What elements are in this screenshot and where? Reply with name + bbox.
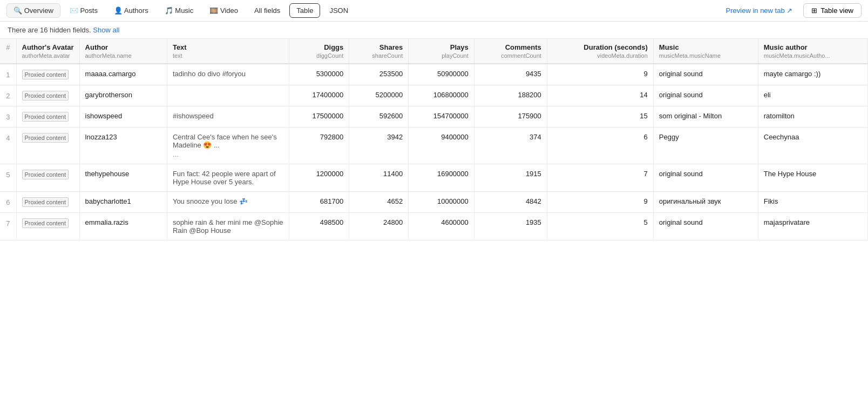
cell-plays-3: 154700000 — [409, 106, 474, 128]
table-view-button[interactable]: ⊞ Table view — [803, 3, 862, 18]
posts-icon: ✉️ — [70, 6, 78, 15]
cell-text-4: Central Cee's face when he see's Madelin… — [167, 128, 289, 164]
cell-diggs-2: 17400000 — [289, 85, 349, 106]
table-row: 3 Proxied content ishowspeed #ishowspeed… — [0, 106, 868, 128]
cell-shares-6: 4652 — [349, 192, 409, 213]
col-header-avatar: Author's Avatar authorMeta.avatar — [16, 39, 79, 64]
cell-music-2: original sound — [653, 85, 758, 106]
cell-shares-5: 11400 — [349, 164, 409, 192]
cell-diggs-4: 792800 — [289, 128, 349, 164]
cell-comments-1: 9435 — [474, 64, 547, 85]
cell-music-6: оригинальный звук — [653, 192, 758, 213]
col-header-music-author: Music author musicMeta.musicAutho... — [758, 39, 867, 64]
avatar-image-1: Proxied content — [22, 70, 69, 79]
show-all-link[interactable]: Show all — [93, 26, 119, 34]
avatar-image-6: Proxied content — [22, 197, 69, 207]
cell-avatar-2: Proxied content — [16, 85, 79, 106]
cell-num-7: 7 — [0, 213, 16, 240]
table-row: 2 Proxied content garybrotherson 1740000… — [0, 85, 868, 106]
cell-duration-2: 14 — [547, 85, 653, 106]
col-header-plays: Plays playCount — [409, 39, 474, 64]
cell-author-5: thehypehouse — [79, 164, 167, 192]
cell-music-author-6: Fikis — [758, 192, 867, 213]
cell-text-1: tadinho do divo #foryou — [167, 64, 289, 85]
cell-author-6: babycharlotte1 — [79, 192, 167, 213]
cell-diggs-7: 498500 — [289, 213, 349, 240]
cell-plays-4: 9400000 — [409, 128, 474, 164]
authors-icon: 👤 — [114, 6, 123, 15]
cell-music-3: som original - Milton — [653, 106, 758, 128]
cell-text-5: Fun fact: 42 people were apart of Hype H… — [167, 164, 289, 192]
cell-plays-5: 16900000 — [409, 164, 474, 192]
hidden-fields-bar: There are 16 hidden fields. Show all — [0, 22, 868, 39]
avatar-image-7: Proxied content — [22, 218, 69, 228]
cell-duration-1: 9 — [547, 64, 653, 85]
table-view-icon: ⊞ — [811, 6, 817, 15]
col-header-music: Music musicMeta.musicName — [653, 39, 758, 64]
cell-duration-4: 6 — [547, 128, 653, 164]
cell-duration-3: 15 — [547, 106, 653, 128]
cell-music-5: original sound — [653, 164, 758, 192]
table-row: 5 Proxied content thehypehouse Fun fact:… — [0, 164, 868, 192]
cell-duration-7: 5 — [547, 213, 653, 240]
col-header-author: Author authorMeta.name — [79, 39, 167, 64]
tab-posts[interactable]: ✉️ Posts — [63, 3, 105, 18]
cell-shares-4: 3942 — [349, 128, 409, 164]
video-icon: 🎞️ — [209, 6, 218, 15]
tab-authors[interactable]: 👤 Authors — [107, 3, 155, 18]
cell-num-4: 4 — [0, 128, 16, 164]
cell-diggs-1: 5300000 — [289, 64, 349, 85]
tab-overview[interactable]: 🔍 Overview — [6, 3, 60, 18]
table-row: 7 Proxied content emmalia.razis sophie r… — [0, 213, 868, 240]
cell-comments-4: 374 — [474, 128, 547, 164]
cell-num-5: 5 — [0, 164, 16, 192]
cell-duration-5: 7 — [547, 164, 653, 192]
avatar-image-5: Proxied content — [22, 170, 69, 179]
cell-num-2: 2 — [0, 85, 16, 106]
cell-text-2 — [167, 85, 289, 106]
cell-plays-7: 4600000 — [409, 213, 474, 240]
music-icon: 🎵 — [165, 6, 173, 15]
cell-plays-2: 106800000 — [409, 85, 474, 106]
avatar-image-4: Proxied content — [22, 133, 69, 143]
tab-table[interactable]: Table — [289, 3, 320, 18]
cell-shares-2: 5200000 — [349, 85, 409, 106]
cell-text-6: You snooze you lose 💤 — [167, 192, 289, 213]
cell-author-7: emmalia.razis — [79, 213, 167, 240]
cell-diggs-5: 1200000 — [289, 164, 349, 192]
text-ellipsis-4[interactable]: ... — [173, 150, 283, 158]
cell-plays-6: 10000000 — [409, 192, 474, 213]
cell-music-author-3: ratomilton — [758, 106, 867, 128]
cell-music-7: original sound — [653, 213, 758, 240]
col-header-diggs: Diggs diggCount — [289, 39, 349, 64]
data-table-container: # Author's Avatar authorMeta.avatar Auth… — [0, 39, 868, 240]
avatar-image-2: Proxied content — [22, 91, 69, 101]
cell-num-6: 6 — [0, 192, 16, 213]
cell-music-author-4: Ceechynaa — [758, 128, 867, 164]
cell-avatar-5: Proxied content — [16, 164, 79, 192]
col-header-text: Text text — [167, 39, 289, 64]
col-header-comments: Comments commentCount — [474, 39, 547, 64]
tab-music[interactable]: 🎵 Music — [158, 3, 201, 18]
tab-video[interactable]: 🎞️ Video — [202, 3, 245, 18]
cell-num-1: 1 — [0, 64, 16, 85]
table-row: 6 Proxied content babycharlotte1 You sno… — [0, 192, 868, 213]
tab-json[interactable]: JSON — [322, 3, 355, 18]
cell-diggs-6: 681700 — [289, 192, 349, 213]
cell-music-author-2: eli — [758, 85, 867, 106]
table-header-row: # Author's Avatar authorMeta.avatar Auth… — [0, 39, 868, 64]
cell-author-2: garybrotherson — [79, 85, 167, 106]
cell-diggs-3: 17500000 — [289, 106, 349, 128]
cell-plays-1: 50900000 — [409, 64, 474, 85]
avatar-image-3: Proxied content — [22, 112, 69, 122]
hidden-fields-message: There are 16 hidden fields. — [8, 26, 91, 34]
cell-author-4: lnozza123 — [79, 128, 167, 164]
cell-comments-7: 1935 — [474, 213, 547, 240]
tab-all-fields[interactable]: All fields — [247, 3, 287, 18]
cell-shares-7: 24800 — [349, 213, 409, 240]
cell-text-7: sophie rain & her mini me @Sophie Rain @… — [167, 213, 289, 240]
preview-in-new-tab-link[interactable]: Preview in new tab ↗ — [726, 6, 793, 15]
cell-duration-6: 9 — [547, 192, 653, 213]
cell-shares-3: 592600 — [349, 106, 409, 128]
cell-comments-5: 1915 — [474, 164, 547, 192]
